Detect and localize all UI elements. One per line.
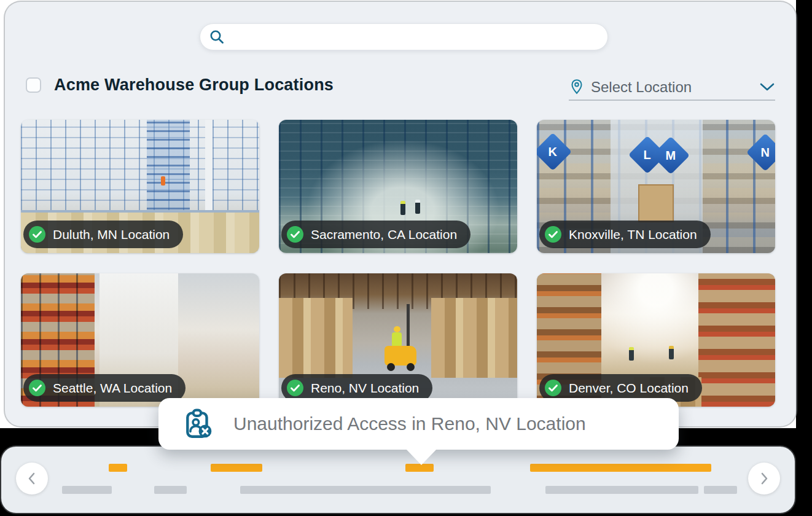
- timeline-alert-segment[interactable]: [530, 464, 711, 472]
- location-label: Reno, NV Location: [311, 381, 419, 396]
- check-circle-icon: [287, 226, 303, 243]
- location-card-denver[interactable]: Denver, CO Location: [537, 273, 775, 407]
- location-select-dropdown[interactable]: Select Location: [569, 75, 775, 101]
- search-icon: [209, 29, 225, 45]
- timeline-alert-segment[interactable]: [211, 464, 262, 472]
- location-pin-icon: [569, 79, 585, 96]
- location-label-pill: Duluth, MN Location: [23, 221, 183, 248]
- alert-pointer: [405, 448, 437, 465]
- location-card-reno[interactable]: Reno, NV Location: [279, 273, 517, 407]
- timeline-activity-segment[interactable]: [240, 486, 491, 494]
- search-input[interactable]: [230, 24, 601, 50]
- check-circle-icon: [29, 226, 45, 243]
- check-circle-icon: [545, 226, 561, 243]
- photo-detail: [394, 326, 400, 332]
- unauthorized-access-icon: [183, 408, 214, 440]
- select-all-checkbox[interactable]: [26, 77, 41, 93]
- page-title: Acme Warehouse Group Locations: [54, 76, 334, 95]
- photo-detail: [161, 176, 165, 186]
- photo-detail: [400, 201, 405, 215]
- location-label-pill: Sacramento, CA Location: [281, 221, 470, 248]
- photo-detail: [638, 184, 674, 222]
- photo-detail: [669, 346, 674, 359]
- timeline-activity-segment[interactable]: [154, 486, 187, 494]
- chevron-down-icon: [759, 82, 775, 92]
- photo-detail: [387, 363, 395, 371]
- chevron-right-icon: [758, 471, 770, 486]
- video-backdrop-right: [796, 0, 812, 516]
- check-circle-icon: [287, 380, 303, 396]
- unauthorized-access-alert[interactable]: Unauthorized Access in Reno, NV Location: [158, 398, 679, 450]
- aisle-sign: K: [537, 133, 572, 171]
- check-circle-icon: [545, 380, 561, 396]
- location-label: Denver, CO Location: [569, 381, 689, 396]
- location-card-seattle[interactable]: Seattle, WA Location: [21, 273, 259, 407]
- photo-detail: [698, 273, 775, 407]
- photo-detail: [415, 200, 420, 214]
- check-circle-icon: [29, 380, 45, 396]
- photo-detail: [629, 347, 634, 361]
- forklift: [385, 346, 416, 366]
- photo-detail: [392, 332, 402, 347]
- location-label: Knoxville, TN Location: [569, 227, 697, 242]
- location-label-pill: Knoxville, TN Location: [539, 221, 711, 248]
- location-label: Seattle, WA Location: [53, 381, 172, 396]
- location-card-sacramento[interactable]: Sacramento, CA Location: [279, 120, 517, 253]
- location-label: Duluth, MN Location: [53, 227, 170, 242]
- location-card-duluth[interactable]: Duluth, MN Location: [21, 120, 259, 253]
- timeline-activity-segment[interactable]: [545, 486, 698, 494]
- location-card-knoxville[interactable]: K L M N Knoxville, TN Location: [537, 120, 775, 253]
- location-label: Sacramento, CA Location: [311, 227, 457, 242]
- photo-detail: [407, 363, 415, 371]
- timeline-prev-button[interactable]: [16, 463, 48, 495]
- timeline-activity-segment[interactable]: [704, 486, 737, 494]
- search-bar[interactable]: [200, 23, 608, 50]
- chevron-left-icon: [26, 471, 38, 486]
- location-label-pill: Seattle, WA Location: [23, 374, 185, 402]
- timeline-bar[interactable]: [1, 447, 795, 513]
- timeline-activity-segment[interactable]: [62, 486, 112, 494]
- aisle-sign: N: [746, 133, 775, 171]
- alert-message: Unauthorized Access in Reno, NV Location: [233, 413, 586, 434]
- photo-detail: [279, 298, 353, 378]
- location-select-value: Select Location: [591, 79, 753, 96]
- timeline-next-button[interactable]: [748, 463, 780, 495]
- photo-detail: [147, 120, 190, 218]
- timeline-alert-segment[interactable]: [109, 464, 127, 472]
- photo-detail: [431, 298, 517, 378]
